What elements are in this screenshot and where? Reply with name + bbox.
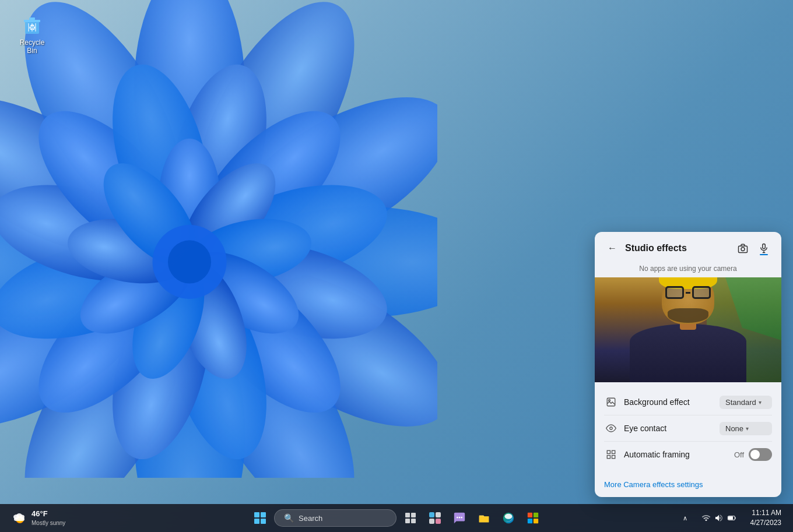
svg-rect-73: [528, 513, 532, 517]
svg-point-49: [610, 427, 613, 430]
wallpaper: [0, 0, 437, 478]
automatic-framing-toggle[interactable]: [749, 448, 772, 461]
weather-temp: 46°F: [31, 509, 65, 519]
search-icon: 🔍: [284, 513, 294, 523]
eye-contact-value: None: [725, 424, 743, 433]
recycle-bin-label: Recycle Bin: [15, 38, 49, 55]
widgets-button[interactable]: [424, 508, 445, 529]
toggle-knob: [750, 450, 760, 459]
background-effect-dropdown[interactable]: Standard ▾: [720, 396, 772, 409]
automatic-framing-control: Off: [734, 448, 772, 461]
automatic-framing-toggle-container: Off: [734, 448, 772, 461]
desktop: ♻ Recycle Bin ← Studio effects: [0, 0, 793, 532]
logo-q1: [254, 512, 259, 517]
background-effect-icon: [604, 395, 618, 409]
weather-widget[interactable]: 46°F Mostly sunny: [7, 507, 70, 529]
svg-point-69: [459, 517, 461, 519]
taskbar-left: 46°F Mostly sunny: [7, 507, 70, 529]
svg-rect-65: [436, 512, 441, 517]
taskbar-center: 🔍 Search: [250, 508, 543, 529]
tray-overflow-button[interactable]: ∧: [678, 512, 692, 524]
background-effect-label: Background effect: [624, 397, 714, 407]
system-tray-icons[interactable]: [697, 511, 741, 525]
task-view-button[interactable]: [400, 508, 421, 529]
svg-rect-75: [528, 519, 532, 523]
eye-contact-chevron: ▾: [746, 425, 749, 432]
eye-contact-dropdown[interactable]: None ▾: [720, 422, 772, 435]
recycle-bin-image: ♻: [20, 13, 44, 36]
svg-point-34: [168, 240, 211, 283]
camera-icon: [738, 243, 748, 253]
automatic-framing-value: Off: [734, 450, 744, 459]
svg-rect-60: [405, 513, 410, 517]
taskbar: 46°F Mostly sunny 🔍 Search: [0, 504, 793, 532]
svg-rect-51: [612, 450, 615, 453]
eye-contact-control: None ▾: [720, 422, 772, 435]
svg-point-48: [609, 400, 610, 401]
svg-rect-50: [607, 450, 610, 453]
person-body: [630, 283, 746, 382]
start-button[interactable]: [250, 508, 271, 529]
settings-area: Background effect Standard ▾ Eye contact: [595, 382, 781, 474]
file-explorer-button[interactable]: [473, 508, 494, 529]
svg-rect-59: [14, 517, 24, 521]
svg-rect-67: [436, 519, 441, 524]
head: [662, 277, 714, 324]
system-clock[interactable]: 11:11 AM 4/27/2023: [746, 506, 786, 530]
logo-q4: [261, 519, 266, 524]
weather-description: Mostly sunny: [31, 519, 65, 527]
eye-icon-svg: [606, 423, 616, 434]
file-explorer-icon: [478, 512, 490, 524]
framing-icon-svg: [606, 449, 616, 460]
store-button[interactable]: [522, 508, 543, 529]
svg-rect-61: [411, 513, 416, 517]
automatic-framing-row: Automatic framing Off: [604, 442, 772, 467]
camera-icon-button[interactable]: [735, 240, 751, 256]
svg-rect-63: [411, 519, 416, 523]
recycle-bin-svg: ♻: [20, 13, 44, 36]
volume-icon: [714, 513, 724, 523]
back-icon: ←: [608, 243, 617, 253]
recycle-bin-icon[interactable]: ♻ Recycle Bin: [12, 9, 52, 58]
clock-date: 4/27/2023: [750, 518, 781, 528]
svg-rect-52: [607, 456, 610, 459]
search-label: Search: [299, 514, 322, 523]
background-effect-value: Standard: [725, 398, 756, 407]
edge-button[interactable]: [498, 508, 519, 529]
background-icon-svg: [606, 397, 616, 407]
battery-icon: [727, 513, 736, 523]
task-view-icon: [405, 512, 416, 524]
svg-rect-76: [534, 519, 538, 523]
svg-rect-74: [534, 513, 538, 517]
mic-active-indicator: [760, 254, 768, 255]
logo-q3: [254, 519, 259, 524]
svg-rect-47: [607, 398, 615, 406]
search-bar[interactable]: 🔍 Search: [274, 509, 396, 527]
svg-rect-64: [429, 512, 434, 517]
left-lens: [665, 286, 684, 299]
taskbar-right: ∧: [678, 506, 786, 530]
panel-header-icons: [735, 240, 772, 256]
chat-icon: [453, 512, 466, 524]
svg-text:♻: ♻: [29, 23, 36, 32]
svg-rect-79: [735, 517, 735, 519]
back-button[interactable]: ←: [604, 240, 620, 256]
chat-button[interactable]: [449, 508, 470, 529]
microphone-icon: [759, 243, 769, 253]
weather-text: 46°F Mostly sunny: [31, 509, 65, 527]
microphone-icon-button[interactable]: [756, 240, 772, 256]
wifi-icon: [701, 513, 711, 523]
tray-chevron-icon: ∧: [683, 515, 687, 522]
eye-contact-icon: [604, 421, 618, 435]
windows-logo: [254, 512, 266, 524]
logo-q2: [261, 512, 266, 517]
automatic-framing-icon: [604, 448, 618, 461]
more-camera-settings-link[interactable]: More Camera effects settings: [595, 474, 781, 497]
panel-title: Studio effects: [625, 243, 730, 253]
automatic-framing-label: Automatic framing: [624, 450, 728, 459]
svg-rect-62: [405, 519, 410, 523]
svg-rect-36: [24, 20, 40, 22]
svg-rect-37: [29, 17, 35, 20]
svg-point-43: [741, 248, 745, 251]
svg-rect-66: [429, 519, 434, 524]
